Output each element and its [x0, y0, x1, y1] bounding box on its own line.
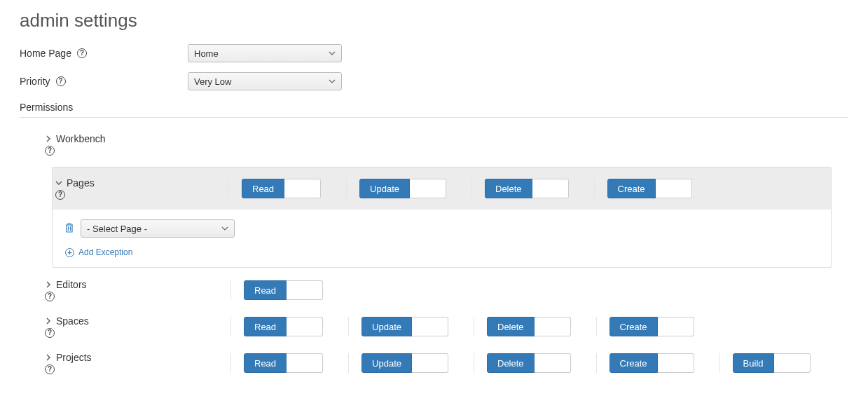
- divider: [719, 353, 720, 373]
- spaces-delete-button[interactable]: Delete: [487, 317, 535, 336]
- chevron-down-icon: [55, 181, 62, 185]
- priority-label-text: Priority: [20, 76, 50, 87]
- help-icon[interactable]: ?: [45, 146, 55, 156]
- divider: [596, 353, 597, 373]
- perm-pages: Pages ? Read Update Delete Create - Sele: [39, 167, 848, 268]
- plus-circle-icon: +: [65, 248, 74, 257]
- pages-update-toggle[interactable]: [410, 179, 446, 198]
- chevron-right-icon: [45, 354, 52, 361]
- spaces-create-toggle[interactable]: [658, 317, 694, 336]
- pages-delete-button[interactable]: Delete: [485, 179, 532, 198]
- help-icon[interactable]: ?: [45, 328, 55, 338]
- help-icon[interactable]: ?: [45, 292, 55, 301]
- priority-label: Priority ?: [20, 76, 188, 87]
- spaces-read-button[interactable]: Read: [244, 317, 287, 336]
- divider: [20, 117, 848, 118]
- divider: [348, 317, 349, 336]
- spaces-update-button[interactable]: Update: [361, 317, 412, 336]
- exception-page-value: - Select Page -: [87, 224, 147, 234]
- divider: [596, 317, 597, 336]
- spaces-delete-toggle[interactable]: [535, 317, 571, 336]
- divider: [348, 353, 349, 373]
- projects-create-button[interactable]: Create: [609, 353, 658, 373]
- spaces-create-button[interactable]: Create: [609, 317, 658, 336]
- projects-build-button[interactable]: Build: [733, 353, 774, 373]
- help-icon[interactable]: ?: [45, 364, 55, 374]
- permissions-label: Permissions: [20, 102, 848, 113]
- editors-read-toggle[interactable]: [287, 280, 323, 300]
- divider: [594, 179, 595, 198]
- workbench-toggle[interactable]: Workbench: [45, 133, 230, 144]
- pages-update-button[interactable]: Update: [359, 179, 410, 198]
- workbench-label: Workbench: [56, 133, 106, 144]
- projects-read-toggle[interactable]: [287, 353, 323, 373]
- divider: [346, 179, 347, 198]
- chevron-right-icon: [45, 135, 52, 142]
- projects-update-button[interactable]: Update: [361, 353, 412, 373]
- perm-editors: Editors ? Read: [45, 276, 848, 304]
- trash-icon[interactable]: [65, 223, 74, 235]
- projects-toggle[interactable]: Projects: [45, 352, 230, 363]
- divider: [471, 179, 472, 198]
- help-icon[interactable]: ?: [56, 76, 66, 86]
- chevron-right-icon: [45, 281, 52, 288]
- projects-update-toggle[interactable]: [412, 353, 448, 373]
- chevron-down-icon: [329, 51, 336, 55]
- pages-label: Pages: [67, 177, 95, 189]
- priority-select[interactable]: Very Low: [188, 72, 342, 90]
- pages-read-button[interactable]: Read: [242, 179, 284, 198]
- divider: [230, 280, 231, 300]
- editors-label: Editors: [56, 279, 87, 290]
- divider: [228, 179, 229, 198]
- editors-read-button[interactable]: Read: [244, 280, 287, 300]
- spaces-update-toggle[interactable]: [412, 317, 448, 336]
- divider: [474, 353, 474, 373]
- add-exception-label: Add Exception: [78, 247, 132, 257]
- projects-build-toggle[interactable]: [774, 353, 811, 373]
- spaces-read-toggle[interactable]: [287, 317, 323, 336]
- home-page-label-text: Home Page: [20, 48, 71, 59]
- spaces-toggle[interactable]: Spaces: [45, 315, 230, 327]
- projects-label: Projects: [56, 352, 92, 363]
- editors-toggle[interactable]: Editors: [45, 279, 230, 290]
- exception-page-select[interactable]: - Select Page -: [81, 219, 235, 238]
- priority-row: Priority ? Very Low: [20, 72, 848, 90]
- home-page-label: Home Page ?: [20, 48, 188, 59]
- page-title: admin settings: [20, 10, 848, 32]
- divider: [474, 317, 474, 336]
- pages-read-toggle[interactable]: [284, 179, 321, 198]
- divider: [230, 353, 231, 373]
- priority-value: Very Low: [194, 76, 231, 87]
- home-page-value: Home: [194, 48, 219, 59]
- divider: [230, 317, 231, 336]
- pages-create-button[interactable]: Create: [607, 179, 656, 198]
- projects-delete-button[interactable]: Delete: [487, 353, 535, 373]
- pages-create-toggle[interactable]: [656, 179, 692, 198]
- perm-projects: Projects ? Read Update Delete Create Bui…: [45, 349, 848, 377]
- help-icon[interactable]: ?: [77, 48, 87, 58]
- perm-workbench: Workbench ?: [45, 130, 848, 158]
- chevron-down-icon: [221, 226, 228, 231]
- spaces-label: Spaces: [56, 315, 89, 327]
- projects-read-button[interactable]: Read: [244, 353, 287, 373]
- chevron-down-icon: [329, 79, 336, 83]
- home-page-row: Home Page ? Home: [20, 44, 848, 62]
- add-exception-button[interactable]: + Add Exception: [65, 247, 818, 257]
- projects-create-toggle[interactable]: [658, 353, 694, 373]
- home-page-select[interactable]: Home: [188, 44, 342, 62]
- chevron-right-icon: [45, 318, 52, 325]
- perm-spaces: Spaces ? Read Update Delete Create: [45, 313, 848, 341]
- projects-delete-toggle[interactable]: [535, 353, 571, 373]
- help-icon[interactable]: ?: [55, 190, 65, 200]
- pages-delete-toggle[interactable]: [532, 179, 569, 198]
- pages-toggle[interactable]: Pages: [55, 177, 228, 189]
